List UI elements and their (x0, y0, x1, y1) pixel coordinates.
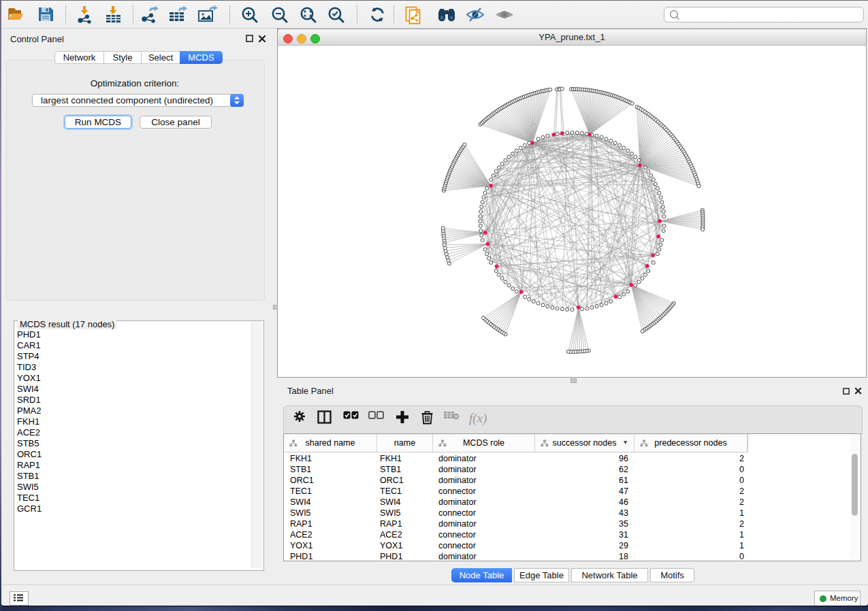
svg-text:f(x): f(x) (469, 411, 487, 426)
